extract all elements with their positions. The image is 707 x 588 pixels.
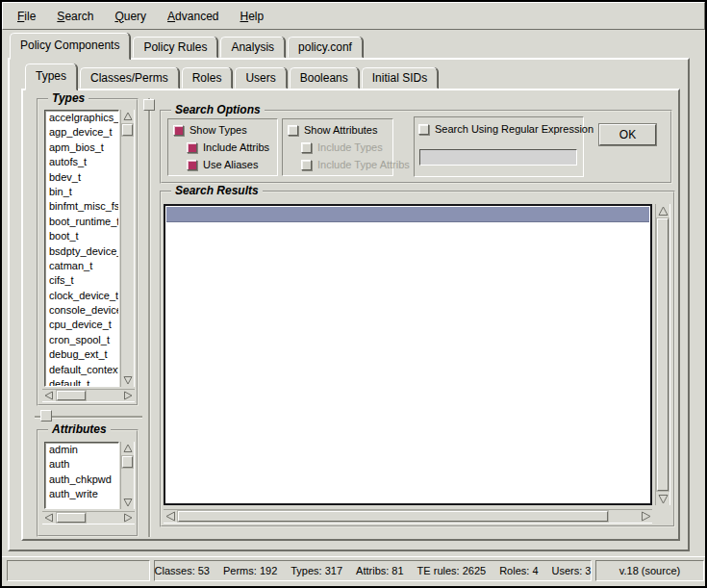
types-listbox[interactable]: accelgraphics_eagp_device_tapm_bios_taut… <box>44 110 119 387</box>
type-list-item[interactable]: agp_device_t <box>45 125 118 140</box>
scrollbar-thumb[interactable] <box>122 124 133 136</box>
tab-types[interactable]: Types <box>25 64 77 90</box>
scrollbar-trough[interactable] <box>56 512 121 524</box>
type-list-item[interactable]: catman_t <box>45 259 118 273</box>
menu-bar: File Search Query Advanced Help <box>2 2 705 30</box>
attribute-list-item[interactable]: admin <box>45 443 118 457</box>
tab-booleans[interactable]: Booleans <box>290 67 359 89</box>
types-horizontal-scrollbar[interactable] <box>42 389 135 402</box>
type-list-item[interactable]: cifs_t <box>45 273 118 288</box>
tab-users[interactable]: Users <box>235 67 286 89</box>
type-list-item[interactable]: cpu_device_t <box>45 318 118 332</box>
ok-button[interactable]: OK <box>599 124 656 145</box>
scrollbar-trough[interactable] <box>177 510 639 523</box>
type-list-item[interactable]: accelgraphics_e <box>45 111 118 125</box>
main-tab-bar: Policy Components Policy Rules Analysis … <box>10 33 363 60</box>
type-list-item[interactable]: bin_t <box>45 185 118 199</box>
attributes-listbox[interactable]: adminauthauth_chkpwdauth_write <box>44 442 119 509</box>
scroll-right-icon[interactable] <box>121 512 135 524</box>
policy-stat: Attribs: 81 <box>356 565 404 576</box>
tab-policy-rules[interactable]: Policy Rules <box>133 37 217 58</box>
menu-search[interactable]: Search <box>48 7 102 26</box>
include-attribs-checkbox[interactable]: Include Attribs <box>187 141 269 153</box>
status-cell-version: v.18 (source) <box>595 560 704 581</box>
type-list-item[interactable]: default_t <box>45 377 118 387</box>
checkbox-label: Include Types <box>317 141 383 153</box>
scrollbar-trough[interactable] <box>656 217 669 492</box>
attributes-horizontal-scrollbar[interactable] <box>42 511 135 524</box>
type-list-item[interactable]: cron_spool_t <box>45 333 118 347</box>
status-bar: Classes: 53Perms: 192Types: 317Attribs: … <box>2 556 705 586</box>
regex-input[interactable] <box>419 149 577 166</box>
checkbox-label: Search Using Regular Expression <box>435 123 593 135</box>
policy-stat: Roles: 4 <box>499 565 538 576</box>
use-aliases-checkbox[interactable]: Use Aliases <box>187 159 258 170</box>
attributes-vertical-scrollbar[interactable] <box>120 442 135 509</box>
tab-policy-components[interactable]: Policy Components <box>10 33 130 60</box>
tab-analysis[interactable]: Analysis <box>220 37 285 58</box>
policy-stat: Types: 317 <box>290 565 342 576</box>
scrollbar-trough[interactable] <box>121 123 134 373</box>
status-cell-stats: Classes: 53Perms: 192Types: 317Attribs: … <box>154 560 592 581</box>
type-list-item[interactable]: default_context <box>45 363 118 377</box>
checkbox-unchecked-icon <box>301 160 312 170</box>
attribute-list-item[interactable]: auth_write <box>45 487 118 501</box>
type-list-item[interactable]: debug_ext_t <box>45 347 118 362</box>
checkbox-checked-icon <box>187 160 197 170</box>
scrollbar-thumb[interactable] <box>57 391 86 400</box>
tab-roles[interactable]: Roles <box>182 67 233 89</box>
scroll-left-icon[interactable] <box>164 510 177 523</box>
tab-classes-perms[interactable]: Classes/Perms <box>80 67 179 89</box>
policy-stat: Users: 3 <box>552 565 592 576</box>
status-cell-empty <box>7 560 150 581</box>
horizontal-sash-handle[interactable] <box>40 410 52 422</box>
show-attributes-frame: Show Attributes Include Types Include Ty… <box>282 118 393 176</box>
policy-version-label: v.18 (source) <box>619 565 680 576</box>
types-group-title: Types <box>48 91 88 105</box>
scroll-left-icon[interactable] <box>42 390 56 401</box>
scroll-right-icon[interactable] <box>121 390 135 401</box>
vertical-sash-handle[interactable] <box>143 99 155 111</box>
scroll-down-icon[interactable] <box>121 373 134 387</box>
tab-initial-sids[interactable]: Initial SIDs <box>362 67 438 89</box>
menu-help[interactable]: Help <box>231 7 272 26</box>
scroll-down-icon[interactable] <box>121 496 134 509</box>
show-attributes-checkbox[interactable]: Show Attributes <box>288 124 377 136</box>
type-list-item[interactable]: boot_runtime_t <box>45 215 118 229</box>
policy-stat: TE rules: 2625 <box>417 565 487 576</box>
scrollbar-thumb[interactable] <box>178 511 608 522</box>
scrollbar-trough[interactable] <box>56 390 121 401</box>
results-vertical-scrollbar[interactable] <box>655 204 670 505</box>
scroll-left-icon[interactable] <box>42 512 56 524</box>
scrollbar-thumb[interactable] <box>57 513 86 523</box>
attribute-list-item[interactable]: auth <box>45 457 118 472</box>
regex-checkbox[interactable]: Search Using Regular Expression <box>418 123 593 135</box>
type-list-item[interactable]: bsdpty_device_ <box>45 244 118 259</box>
attributes-group-title: Attributes <box>48 422 111 436</box>
scroll-up-icon[interactable] <box>656 204 669 217</box>
tab-policy-conf[interactable]: policy.conf <box>288 37 363 58</box>
search-results-text[interactable] <box>164 204 652 505</box>
menu-file[interactable]: File <box>9 7 44 26</box>
type-list-item[interactable]: boot_t <box>45 229 118 243</box>
scroll-up-icon[interactable] <box>121 442 134 455</box>
scrollbar-thumb[interactable] <box>657 218 669 491</box>
type-list-item[interactable]: bdev_t <box>45 170 118 185</box>
menu-query[interactable]: Query <box>106 7 155 26</box>
scrollbar-thumb[interactable] <box>122 456 133 468</box>
type-list-item[interactable]: binfmt_misc_fs <box>45 199 118 214</box>
scroll-down-icon[interactable] <box>656 492 669 505</box>
type-list-item[interactable]: clock_device_t <box>45 289 118 303</box>
type-list-item[interactable]: autofs_t <box>45 155 118 169</box>
type-list-item[interactable]: apm_bios_t <box>45 141 118 155</box>
scroll-right-icon[interactable] <box>639 510 652 523</box>
scroll-up-icon[interactable] <box>121 110 134 123</box>
results-horizontal-scrollbar[interactable] <box>164 509 652 524</box>
show-types-checkbox[interactable]: Show Types <box>173 124 247 136</box>
types-vertical-scrollbar[interactable] <box>120 110 135 387</box>
type-list-item[interactable]: console_device <box>45 303 118 318</box>
attribute-list-item[interactable]: auth_chkpwd <box>45 473 118 487</box>
menu-advanced[interactable]: Advanced <box>159 7 227 26</box>
vertical-sash[interactable] <box>148 98 150 537</box>
scrollbar-trough[interactable] <box>121 455 134 496</box>
